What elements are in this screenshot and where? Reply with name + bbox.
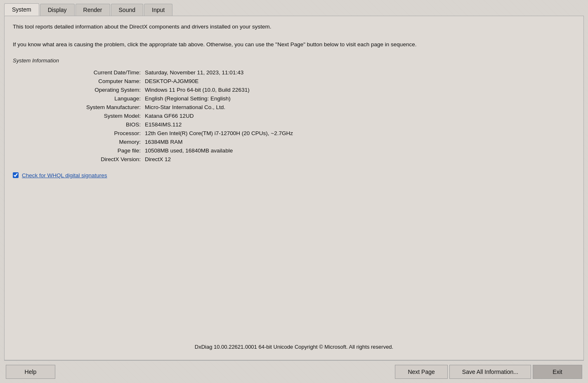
label-bios: BIOS: — [38, 121, 145, 128]
label-computername: Computer Name: — [38, 78, 145, 84]
next-page-button[interactable]: Next Page — [395, 365, 447, 379]
value-manufacturer: Micro-Star International Co., Ltd. — [145, 104, 225, 110]
label-memory: Memory: — [38, 139, 145, 145]
whql-label[interactable]: Check for WHQL digital signatures — [22, 172, 107, 178]
whql-checkbox-row: Check for WHQL digital signatures — [13, 172, 575, 178]
content-area: This tool reports detailed information a… — [4, 16, 584, 360]
value-memory: 16384MB RAM — [145, 139, 183, 145]
value-computername: DESKTOP-AJGM90E — [145, 78, 198, 84]
info-row-os: Operating System: Windows 11 Pro 64-bit … — [38, 87, 575, 93]
info-row-directx: DirectX Version: DirectX 12 — [38, 156, 575, 162]
label-datetime: Current Date/Time: — [38, 69, 145, 76]
info-row-model: System Model: Katana GF66 12UD — [38, 113, 575, 119]
info-row-manufacturer: System Manufacturer: Micro-Star Internat… — [38, 104, 575, 110]
tab-render[interactable]: Render — [76, 4, 110, 16]
exit-button[interactable]: Exit — [533, 365, 582, 379]
tab-system[interactable]: System — [4, 3, 39, 16]
label-os: Operating System: — [38, 87, 145, 93]
label-language: Language: — [38, 95, 145, 102]
label-directx: DirectX Version: — [38, 156, 145, 162]
info-row-computername: Computer Name: DESKTOP-AJGM90E — [38, 78, 575, 84]
help-button[interactable]: Help — [6, 365, 55, 379]
info-table: Current Date/Time: Saturday, November 11… — [38, 69, 575, 162]
tab-display[interactable]: Display — [40, 4, 75, 16]
value-bios: E1584IMS.112 — [145, 121, 182, 128]
value-os: Windows 11 Pro 64-bit (10.0, Build 22631… — [145, 87, 250, 93]
info-row-memory: Memory: 16384MB RAM — [38, 139, 575, 145]
info-row-processor: Processor: 12th Gen Intel(R) Core(TM) i7… — [38, 130, 575, 136]
info-row-datetime: Current Date/Time: Saturday, November 11… — [38, 69, 575, 76]
label-model: System Model: — [38, 113, 145, 119]
info-row-bios: BIOS: E1584IMS.112 — [38, 121, 575, 128]
info-row-language: Language: English (Regional Setting: Eng… — [38, 95, 575, 102]
footer-text: DxDiag 10.00.22621.0001 64-bit Unicode C… — [13, 337, 575, 353]
label-processor: Processor: — [38, 130, 145, 136]
tab-input[interactable]: Input — [144, 4, 172, 16]
value-model: Katana GF66 12UD — [145, 113, 194, 119]
description-text-1: This tool reports detailed information a… — [13, 23, 575, 31]
section-title: System Information — [13, 57, 575, 64]
tab-bar: System Display Render Sound Input — [0, 0, 588, 16]
value-processor: 12th Gen Intel(R) Core(TM) i7-12700H (20… — [145, 130, 293, 136]
info-row-pagefile: Page file: 10508MB used, 16840MB availab… — [38, 147, 575, 154]
whql-checkbox[interactable] — [13, 172, 19, 178]
save-all-button[interactable]: Save All Information... — [449, 365, 531, 379]
value-language: English (Regional Setting: English) — [145, 95, 231, 102]
main-window: System Display Render Sound Input This t… — [0, 0, 588, 383]
button-bar: Help Next Page Save All Information... E… — [0, 361, 588, 383]
description-text-2: If you know what area is causing the pro… — [13, 40, 575, 49]
value-pagefile: 10508MB used, 16840MB available — [145, 147, 233, 154]
value-datetime: Saturday, November 11, 2023, 11:01:43 — [145, 69, 243, 76]
label-manufacturer: System Manufacturer: — [38, 104, 145, 110]
value-directx: DirectX 12 — [145, 156, 171, 162]
tab-sound[interactable]: Sound — [111, 4, 143, 16]
label-pagefile: Page file: — [38, 147, 145, 154]
